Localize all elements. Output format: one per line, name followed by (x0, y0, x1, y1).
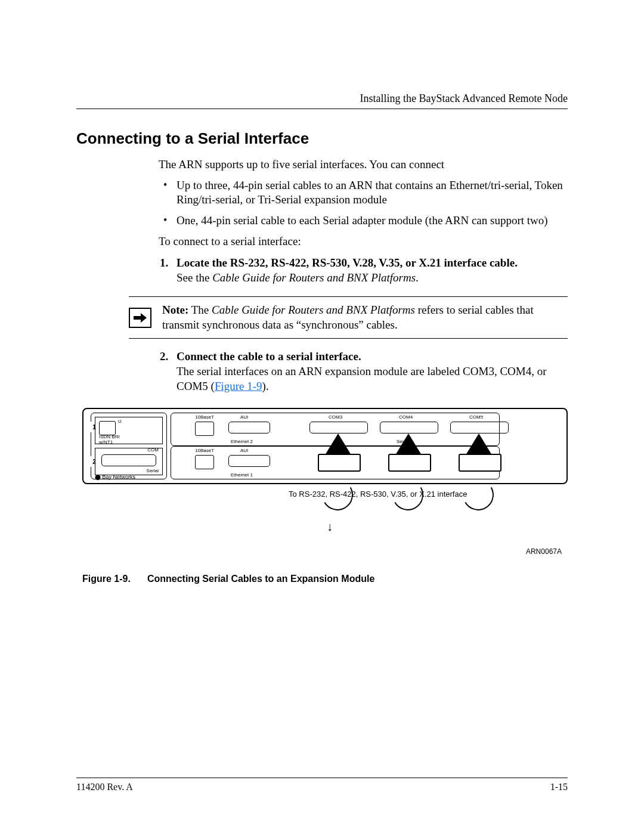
aui-port (228, 455, 270, 467)
cable-connector (388, 454, 431, 472)
section-heading: Connecting to a Serial Interface (76, 129, 568, 148)
figure-caption: Figure 1-9.Connecting Serial Cables to a… (82, 574, 568, 584)
step-number: 2. (160, 349, 168, 364)
port-label: AUI (240, 414, 248, 420)
note-label: Note: (162, 304, 188, 316)
body-text: 2. Connect the cable to a serial interfa… (159, 349, 568, 394)
figure-annot-area: To RS-232, RS-422, RS-530, V.35, or X.21… (76, 484, 568, 562)
cable-connector (459, 454, 501, 472)
module-panel: COM Serial (95, 448, 163, 475)
aui-port (228, 422, 270, 433)
step-number: 1. (160, 256, 168, 271)
bullet-item: One, 44-pin serial cable to each Serial … (177, 213, 568, 228)
port-label: COM3 (329, 414, 342, 420)
port-label: 10BaseT (195, 448, 214, 453)
step-title: Locate the RS-232, RS-422, RS-530, V.28,… (177, 256, 518, 269)
rj-port (195, 422, 214, 436)
left-module: 1 2 U ISDN BRI w/NT1 COM Serial ⬤ Bay Ne… (91, 413, 167, 479)
com-port (309, 422, 368, 433)
document-page: Installing the BayStack Advanced Remote … (0, 0, 644, 833)
step-list: 2. Connect the cable to a serial interfa… (159, 349, 568, 394)
port-label: Serial (147, 468, 159, 473)
step-item: 2. Connect the cable to a serial interfa… (177, 349, 568, 394)
port-label: Ethernet 2 (231, 439, 253, 444)
com-port (380, 422, 438, 433)
note-block: Note: The Cable Guide for Routers and BN… (129, 296, 568, 339)
doc-revision: 114200 Rev. A (76, 782, 133, 792)
port-label: COM4 (399, 414, 413, 420)
serial-port (101, 454, 156, 466)
page-number: 1-15 (550, 782, 568, 792)
expansion-upper: 10BaseT AUI Ethernet 2 COM3 COM4 COM5 Se… (171, 413, 500, 446)
com-port (450, 422, 509, 433)
cable-connector (318, 454, 361, 472)
step-item: 1. Locate the RS-232, RS-422, RS-530, V.… (177, 256, 568, 285)
step-title: Connect the cable to a serial interface. (177, 350, 361, 363)
figure-annotation: To RS-232, RS-422, RS-530, V.35, or X.21… (289, 490, 467, 499)
cited-title: Cable Guide for Routers and BNX Platform… (212, 304, 415, 316)
figure: 1 2 U ISDN BRI w/NT1 COM Serial ⬤ Bay Ne… (76, 408, 568, 584)
arrow-down-icon: ↓ (327, 520, 333, 534)
bullet-list: Up to three, 44-pin serial cables to an … (159, 178, 568, 228)
page-footer: 114200 Rev. A 1-15 (76, 778, 568, 792)
note-text: Note: The Cable Guide for Routers and BN… (162, 303, 568, 332)
brand-label: ⬤ Bay Networks (95, 474, 135, 480)
port-label: ISDN BRI w/NT1 (99, 434, 120, 445)
rj-port (99, 421, 116, 435)
port-label: U (118, 419, 122, 424)
figure-label: Figure 1-9. (82, 574, 131, 584)
port-label: COM (147, 447, 159, 453)
port-label: AUI (240, 448, 248, 453)
arrow-right-icon (129, 308, 151, 328)
step-body: See the Cable Guide for Routers and BNX … (177, 271, 568, 286)
port-label: 10BaseT (195, 414, 214, 420)
cited-title: Cable Guide for Routers and BNX Platform… (212, 271, 416, 284)
step-list: 1. Locate the RS-232, RS-422, RS-530, V.… (159, 256, 568, 285)
intro-paragraph: The ARN supports up to five serial inter… (159, 157, 568, 172)
port-label: COM5 (469, 414, 483, 420)
figure-reference-link[interactable]: Figure 1-9 (215, 380, 262, 392)
running-header: Installing the BayStack Advanced Remote … (360, 92, 568, 105)
port-label: Ethernet 1 (231, 472, 253, 478)
expansion-lower: 10BaseT AUI Ethernet 1 (171, 446, 500, 479)
figure-caption-text: Connecting Serial Cables to an Expansion… (147, 574, 374, 584)
module-panel: U ISDN BRI w/NT1 (95, 417, 163, 444)
step-body: The serial interfaces on an ARN expansio… (177, 364, 568, 394)
figure-id: ARN0067A (526, 547, 562, 556)
bullet-item: Up to three, 44-pin serial cables to an … (177, 178, 568, 208)
lead-paragraph: To connect to a serial interface: (159, 234, 568, 249)
body-text: The ARN supports up to five serial inter… (159, 157, 568, 286)
header-rule (76, 109, 568, 109)
device-diagram: 1 2 U ISDN BRI w/NT1 COM Serial ⬤ Bay Ne… (82, 408, 568, 484)
rj-port (195, 455, 214, 469)
